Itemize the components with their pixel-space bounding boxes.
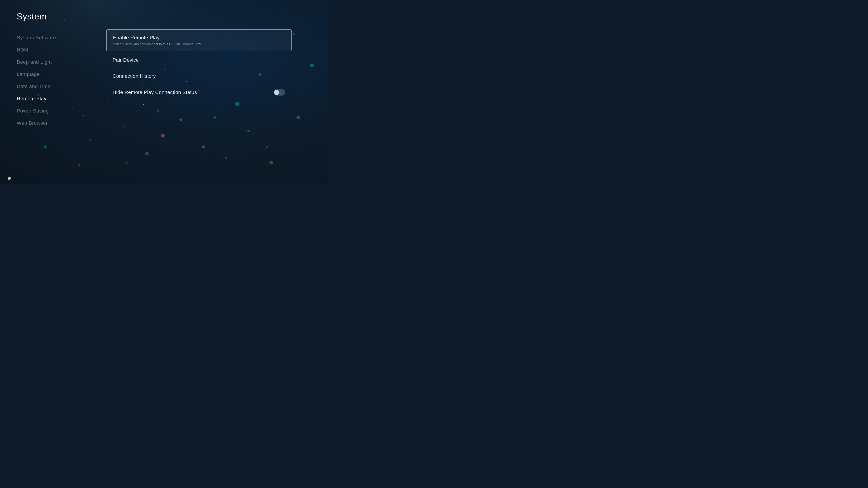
menu-item-subtitle: Select users who can connect to this PS5…: [113, 42, 202, 46]
sidebar-label: Remote Play: [17, 96, 46, 101]
sidebar-label: HDMI: [17, 47, 30, 53]
sidebar-item-date-and-time[interactable]: Date and Time: [17, 80, 96, 93]
sidebar-item-language[interactable]: Language: [17, 68, 96, 80]
menu-item-content: Hide Remote Play Connection Status: [113, 90, 197, 95]
menu-item-content: Enable Remote Play Select users who can …: [113, 35, 202, 46]
sidebar: System Software HDMI Beep and Light Lang…: [17, 32, 96, 129]
sidebar-label: Beep and Light: [17, 59, 52, 65]
menu-item-content: Connection History: [113, 73, 156, 79]
sidebar-label: Date and Time: [17, 84, 51, 89]
sidebar-item-web-browser[interactable]: Web Browser: [17, 117, 96, 129]
sidebar-label: Language: [17, 71, 40, 77]
controller-dot: [8, 177, 11, 180]
toggle-knob: [274, 90, 279, 95]
menu-item-title: Hide Remote Play Connection Status: [113, 90, 197, 95]
menu-item-pair-device[interactable]: Pair Device: [106, 52, 291, 68]
menu-item-content: Pair Device: [113, 57, 139, 63]
sidebar-item-system-software[interactable]: System Software: [17, 32, 96, 44]
menu-item-enable-remote-play[interactable]: Enable Remote Play Select users who can …: [106, 29, 291, 51]
sidebar-item-power-saving[interactable]: Power Saving: [17, 105, 96, 117]
menu-item-connection-history[interactable]: Connection History: [106, 68, 291, 84]
sidebar-label: Power Saving: [17, 108, 49, 113]
sidebar-label: System Software: [17, 35, 56, 40]
content-panel: Enable Remote Play Select users who can …: [106, 29, 291, 101]
menu-item-title: Connection History: [113, 73, 156, 79]
menu-item-title: Enable Remote Play: [113, 35, 202, 41]
sidebar-item-remote-play[interactable]: Remote Play: [17, 93, 96, 105]
menu-item-hide-remote-play[interactable]: Hide Remote Play Connection Status: [106, 84, 291, 101]
hide-remote-play-toggle[interactable]: [274, 89, 285, 96]
page-title: System: [17, 12, 47, 22]
sidebar-item-beep-and-light[interactable]: Beep and Light: [17, 56, 96, 68]
menu-item-title: Pair Device: [113, 57, 139, 63]
sidebar-item-hdmi[interactable]: HDMI: [17, 44, 96, 56]
sidebar-label: Web Browser: [17, 120, 48, 126]
